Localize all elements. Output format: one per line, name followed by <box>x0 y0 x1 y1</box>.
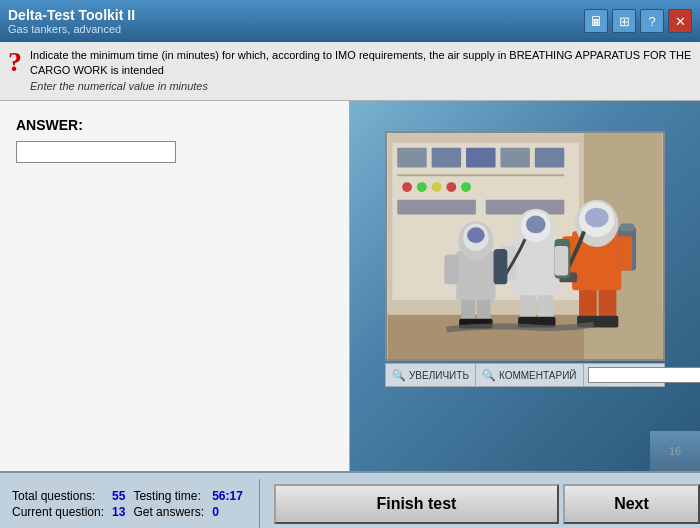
get-answers-label: Get answers: <box>133 505 204 519</box>
svg-rect-24 <box>620 224 634 232</box>
image-toolbar: 🔍 УВЕЛИЧИТЬ 🔍 КОММЕНТАРИЙ 🔍 <box>385 363 665 387</box>
title-text: Delta-Test Toolkit II Gas tankers, advan… <box>8 7 135 35</box>
svg-rect-26 <box>618 236 632 270</box>
svg-rect-18 <box>579 285 597 319</box>
abacus-icon[interactable]: ⊞ <box>612 9 636 33</box>
answer-label: ANSWER: <box>16 117 333 133</box>
svg-point-51 <box>467 228 485 244</box>
svg-rect-48 <box>444 255 458 284</box>
title-icons: 🖩 ⊞ ? ✕ <box>584 9 692 33</box>
close-button[interactable]: ✕ <box>668 9 692 33</box>
search-area: 🔍 <box>584 367 700 383</box>
enlarge-label: УВЕЛИЧИТЬ <box>409 370 469 381</box>
question-icon: ? <box>8 48 22 76</box>
question-image <box>387 133 663 359</box>
question-bar: ? Indicate the minimum time (in minutes)… <box>0 42 700 101</box>
total-questions-value: 55 <box>112 489 125 503</box>
main-content: ANSWER: <box>0 101 700 471</box>
calculator-icon[interactable]: 🖩 <box>584 9 608 33</box>
total-questions-label: Total questions: <box>12 489 104 503</box>
svg-rect-19 <box>599 285 617 319</box>
svg-point-30 <box>585 208 609 228</box>
svg-rect-47 <box>494 249 508 284</box>
svg-rect-21 <box>597 316 619 328</box>
bottom-decorative: 16 <box>650 431 700 471</box>
get-answers-value: 0 <box>212 505 243 519</box>
answer-input[interactable] <box>16 141 176 163</box>
svg-rect-38 <box>554 246 568 275</box>
svg-point-13 <box>446 182 456 192</box>
right-panel: 🔍 УВЕЛИЧИТЬ 🔍 КОММЕНТАРИЙ 🔍 16 <box>350 101 700 471</box>
svg-rect-15 <box>397 200 476 215</box>
svg-point-41 <box>526 216 546 234</box>
testing-time-label: Testing time: <box>133 489 204 503</box>
book-icon[interactable]: ? <box>640 9 664 33</box>
svg-rect-9 <box>397 174 564 176</box>
current-question-label: Current question: <box>12 505 104 519</box>
title-bar: Delta-Test Toolkit II Gas tankers, advan… <box>0 0 700 42</box>
testing-time-value: 56:17 <box>212 489 243 503</box>
current-question-value: 13 <box>112 505 125 519</box>
svg-point-12 <box>432 182 442 192</box>
question-hint: Enter the numerical value in minutes <box>30 79 692 94</box>
comment-label: КОММЕНТАРИЙ <box>499 370 577 381</box>
comment-button[interactable]: 🔍 КОММЕНТАРИЙ <box>476 364 584 386</box>
magnify-icon: 🔍 <box>392 369 406 382</box>
image-container <box>385 131 665 361</box>
question-text: Indicate the minimum time (in minutes) f… <box>30 48 692 94</box>
footer-separator <box>259 479 260 528</box>
comment-icon: 🔍 <box>482 369 496 382</box>
left-panel: ANSWER: <box>0 101 350 471</box>
svg-rect-8 <box>535 148 564 168</box>
image-search-input[interactable] <box>588 367 700 383</box>
svg-rect-4 <box>397 148 426 168</box>
finish-test-button[interactable]: Finish test <box>274 484 559 524</box>
next-button[interactable]: Next <box>563 484 700 524</box>
svg-point-10 <box>402 182 412 192</box>
question-main-text: Indicate the minimum time (in minutes) f… <box>30 48 692 79</box>
svg-point-14 <box>461 182 471 192</box>
svg-point-11 <box>417 182 427 192</box>
subtitle: Gas tankers, advanced <box>8 23 135 35</box>
footer: Total questions: 55 Testing time: 56:17 … <box>0 471 700 528</box>
svg-rect-6 <box>466 148 495 168</box>
footer-buttons: Finish test Next <box>264 484 700 524</box>
svg-rect-7 <box>500 148 529 168</box>
enlarge-button[interactable]: 🔍 УВЕЛИЧИТЬ <box>386 364 476 386</box>
stats-panel: Total questions: 55 Testing time: 56:17 … <box>0 483 255 525</box>
app-title: Delta-Test Toolkit II <box>8 7 135 23</box>
svg-rect-5 <box>432 148 461 168</box>
